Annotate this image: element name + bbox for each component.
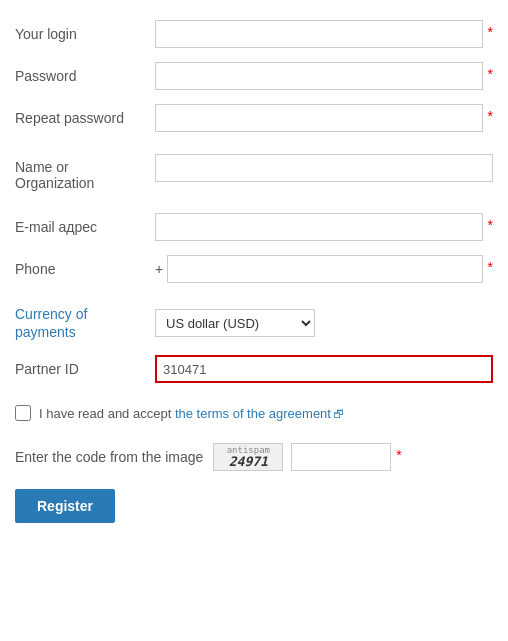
terms-checkbox[interactable] [15,405,31,421]
phone-row: Phone + * [15,255,493,283]
repeat-password-row: Repeat password * [15,104,493,132]
phone-label: Phone [15,260,155,278]
captcha-inner: antispam 24971 [227,446,270,469]
captcha-required: * [396,447,401,463]
login-input[interactable] [155,20,483,48]
login-required: * [488,24,493,40]
password-required: * [488,66,493,82]
name-org-input[interactable] [155,154,493,182]
password-input[interactable] [155,62,483,90]
name-org-label-line1: Name or [15,159,69,175]
email-required: * [488,217,493,233]
phone-prefix: + [155,261,163,277]
partner-id-input[interactable] [155,355,493,383]
phone-required: * [488,259,493,275]
password-input-wrap [155,62,483,90]
captcha-row: Enter the code from the image antispam 2… [15,443,493,471]
terms-link[interactable]: the terms of the agreement [175,406,331,421]
phone-input[interactable] [167,255,482,283]
phone-input-wrap: + [155,255,483,283]
email-row: E-mail адрес * [15,213,493,241]
repeat-password-label: Repeat password [15,109,155,127]
password-label: Password [15,67,155,85]
email-label: E-mail адрес [15,218,155,236]
captcha-label: Enter the code from the image [15,449,203,465]
login-row: Your login * [15,20,493,48]
email-input[interactable] [155,213,483,241]
captcha-code: 24971 [229,455,268,469]
name-org-label: Name or Organization [15,154,155,191]
currency-row: Currency of payments US dollar (USD) Eur… [15,305,493,341]
name-org-row: Name or Organization [15,154,493,191]
captcha-input[interactable] [291,443,391,471]
login-input-wrap [155,20,483,48]
currency-label: Currency of payments [15,305,155,341]
name-org-input-wrap [155,154,493,182]
repeat-password-input-wrap [155,104,483,132]
currency-select[interactable]: US dollar (USD) Euro (EUR) British Pound… [155,309,315,337]
register-button[interactable]: Register [15,489,115,523]
email-input-wrap [155,213,483,241]
external-link-icon: 🗗 [333,408,344,420]
password-row: Password * [15,62,493,90]
currency-label-line2: payments [15,324,76,340]
partner-id-input-wrap [155,355,493,383]
terms-row: I have read and accept the terms of the … [15,405,493,421]
repeat-password-required: * [488,108,493,124]
currency-select-wrap: US dollar (USD) Euro (EUR) British Pound… [155,309,493,337]
captcha-image: antispam 24971 [213,443,283,471]
partner-id-row: Partner ID [15,355,493,383]
name-org-label-line2: Organization [15,175,94,191]
terms-label: I have read and accept the terms of the … [39,406,344,421]
terms-text: I have read and accept [39,406,175,421]
currency-label-line1: Currency of [15,306,87,322]
partner-id-label: Partner ID [15,360,155,378]
login-label: Your login [15,25,155,43]
register-button-wrap: Register [15,489,493,523]
repeat-password-input[interactable] [155,104,483,132]
